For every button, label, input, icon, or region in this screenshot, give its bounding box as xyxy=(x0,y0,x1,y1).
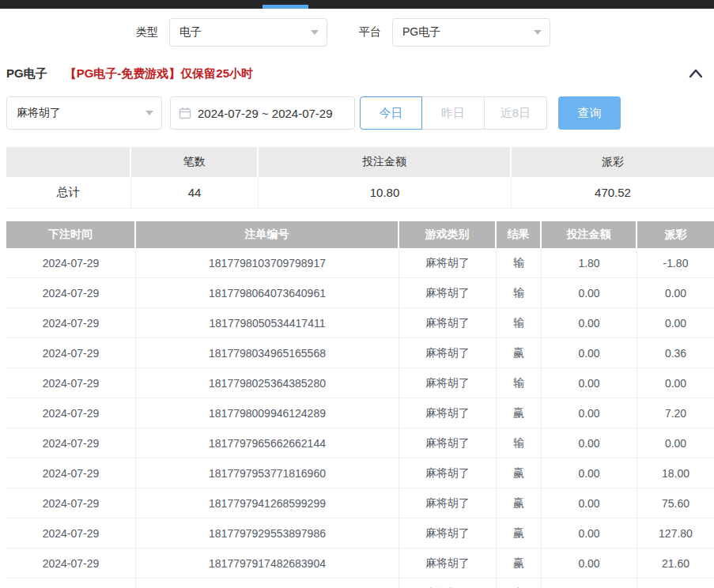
platform-select-value: PG电子 xyxy=(402,25,440,40)
cell-game-type: 麻将胡了 xyxy=(399,248,497,277)
cell-bet-id: 1817798009946124289 xyxy=(136,398,399,428)
summary-header-payout: 派彩 xyxy=(512,147,714,177)
query-row: 麻将胡了 2024-07-29 ~ 2024-07-29 今日 昨日 近8日 查… xyxy=(6,96,714,130)
cell-payout xyxy=(637,579,714,588)
header-bet-time: 下注时间 xyxy=(6,221,136,248)
cell-game-type: 麻将胡了 xyxy=(399,368,497,398)
cell-result: 输 xyxy=(497,368,542,398)
top-filter-row: 类型 电子 平台 PG电子 xyxy=(0,17,714,48)
cell-bet-time: 2024-07-29 xyxy=(6,518,136,548)
cell-bet-id xyxy=(136,579,399,588)
game-select-value: 麻将胡了 xyxy=(17,106,61,120)
cell-bet-time: 2024-07-29 xyxy=(6,548,136,578)
cell-bet-amount xyxy=(542,579,637,588)
table-row: 2024-07-29 1817798025364385280 麻将胡了 输 0.… xyxy=(6,368,714,398)
summary-header-count: 笔数 xyxy=(131,147,259,177)
cell-payout: -1.80 xyxy=(637,248,714,277)
game-select[interactable]: 麻将胡了 xyxy=(6,96,162,130)
cell-game-type: 麻将胡了 xyxy=(399,518,497,548)
today-button[interactable]: 今日 xyxy=(360,96,422,130)
yesterday-button[interactable]: 昨日 xyxy=(422,96,485,130)
collapse-section-button[interactable] xyxy=(687,67,705,80)
section-title: PG电子 xyxy=(6,66,47,81)
bet-records-table: 下注时间 注单编号 游戏类别 结果 投注金额 派彩 2024-07-29 181… xyxy=(6,221,714,588)
chevron-down-icon xyxy=(534,30,542,35)
cell-bet-amount: 0.00 xyxy=(542,308,637,337)
summary-table: 笔数 投注金额 派彩 总计 44 10.80 470.52 xyxy=(6,147,714,209)
table-row: 麻将胡了 赢 xyxy=(6,579,714,588)
cell-payout: 75.60 xyxy=(637,488,714,518)
table-row: 2024-07-29 1817798064073640961 麻将胡了 输 0.… xyxy=(6,278,714,308)
cell-bet-amount: 0.00 xyxy=(542,428,637,458)
cell-bet-amount: 0.00 xyxy=(542,368,637,398)
bet-table-header-row: 下注时间 注单编号 游戏类别 结果 投注金额 派彩 xyxy=(6,221,714,248)
table-row: 2024-07-29 1817797965662662144 麻将胡了 输 0.… xyxy=(6,428,714,458)
cell-game-type: 麻将胡了 xyxy=(399,278,497,307)
cell-payout: 0.00 xyxy=(637,368,714,398)
header-game-type: 游戏类别 xyxy=(399,221,497,248)
cell-bet-time: 2024-07-29 xyxy=(6,458,136,488)
chevron-down-icon xyxy=(311,30,319,35)
header-payout: 派彩 xyxy=(637,221,714,248)
bet-table-body: 2024-07-29 1817798103709798917 麻将胡了 输 1.… xyxy=(6,248,714,588)
cell-payout: 0.00 xyxy=(637,308,714,337)
date-range-value: 2024-07-29 ~ 2024-07-29 xyxy=(198,107,333,120)
cell-payout: 127.80 xyxy=(637,518,714,548)
cell-result: 输 xyxy=(497,308,542,337)
cell-game-type: 麻将胡了 xyxy=(399,548,497,578)
cell-result: 赢 xyxy=(497,398,542,428)
header-bet-id: 注单编号 xyxy=(136,221,399,248)
cell-payout: 18.00 xyxy=(637,458,714,488)
summary-total-row: 总计 44 10.80 470.52 xyxy=(6,177,714,209)
cell-result: 赢 xyxy=(497,488,542,518)
platform-select[interactable]: PG电子 xyxy=(392,18,550,47)
summary-header-bet-amount: 投注金额 xyxy=(259,147,512,177)
cell-bet-id: 1817797941268599299 xyxy=(136,488,399,518)
search-button[interactable]: 查询 xyxy=(558,96,621,130)
cell-bet-time: 2024-07-29 xyxy=(6,248,136,277)
active-tab-indicator xyxy=(263,5,308,9)
chevron-down-icon xyxy=(145,111,153,115)
platform-label: 平台 xyxy=(359,25,381,40)
cell-result: 输 xyxy=(497,248,542,277)
last-8-days-button[interactable]: 近8日 xyxy=(485,96,547,130)
cell-bet-time: 2024-07-29 xyxy=(6,278,136,307)
section-header: PG电子 【PG电子-免费游戏】仅保留25小时 xyxy=(0,65,714,82)
cell-bet-amount: 0.00 xyxy=(542,278,637,307)
table-row: 2024-07-29 1817797953771816960 麻将胡了 赢 0.… xyxy=(6,458,714,488)
table-row: 2024-07-29 1817797929553897986 麻将胡了 赢 0.… xyxy=(6,518,714,548)
cell-bet-time: 2024-07-29 xyxy=(6,338,136,368)
table-row: 2024-07-29 1817798050534417411 麻将胡了 输 0.… xyxy=(6,308,714,338)
cell-game-type: 麻将胡了 xyxy=(399,458,497,488)
header-result: 结果 xyxy=(497,221,542,248)
cell-bet-amount: 0.00 xyxy=(542,488,637,518)
header-bet-amount: 投注金额 xyxy=(542,221,637,248)
type-select-value: 电子 xyxy=(179,25,202,40)
cell-game-type: 麻将胡了 xyxy=(399,398,497,428)
type-select[interactable]: 电子 xyxy=(169,18,327,47)
cell-payout: 0.00 xyxy=(637,428,714,458)
table-row: 2024-07-29 1817797941268599299 麻将胡了 赢 0.… xyxy=(6,488,714,518)
table-row: 2024-07-29 1817798103709798917 麻将胡了 输 1.… xyxy=(6,248,714,278)
cell-result: 赢 xyxy=(497,338,542,368)
cell-result: 输 xyxy=(497,278,542,307)
cell-bet-time xyxy=(6,579,136,588)
cell-game-type: 麻将胡了 xyxy=(399,488,497,518)
table-row: 2024-07-29 1817797917482683904 麻将胡了 赢 0.… xyxy=(6,548,714,579)
cell-payout: 21.60 xyxy=(637,548,714,578)
date-range-input[interactable]: 2024-07-29 ~ 2024-07-29 xyxy=(170,96,355,130)
cell-result: 赢 xyxy=(497,548,542,578)
cell-bet-id: 1817798050534417411 xyxy=(136,308,399,337)
summary-header-blank xyxy=(6,147,131,177)
cell-payout: 0.00 xyxy=(637,278,714,307)
cell-bet-id: 1817797929553897986 xyxy=(136,518,399,548)
cell-bet-time: 2024-07-29 xyxy=(6,428,136,458)
table-row: 2024-07-29 1817798034965165568 麻将胡了 赢 0.… xyxy=(6,338,714,368)
cell-bet-time: 2024-07-29 xyxy=(6,398,136,428)
cell-result: 赢 xyxy=(497,518,542,548)
cell-game-type: 麻将胡了 xyxy=(399,338,497,368)
cell-bet-amount: 0.00 xyxy=(542,518,637,548)
cell-game-type: 麻将胡了 xyxy=(399,428,497,458)
cell-bet-id: 1817798025364385280 xyxy=(136,368,399,398)
type-label: 类型 xyxy=(136,25,158,40)
